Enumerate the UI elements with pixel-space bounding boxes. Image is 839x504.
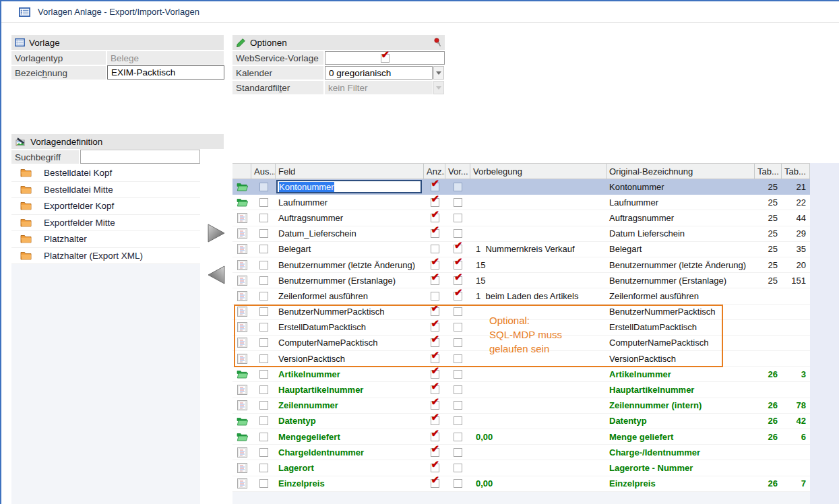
table-row[interactable]: ErstellDatumPacktisch✔ErstellDatumPackti…: [232, 320, 810, 336]
vor-checkbox[interactable]: [454, 183, 462, 191]
feld-cell[interactable]: Einzelpreis: [276, 476, 424, 491]
table-row[interactable]: Datum_Lieferschein✔Datum Lieferschein252…: [232, 226, 810, 242]
table-row[interactable]: Einzelpreis✔0,00Einzelpreis267: [232, 476, 810, 492]
aus-checkbox[interactable]: [259, 354, 268, 363]
feld-cell[interactable]: Mengegeliefert: [276, 429, 424, 444]
feld-cell[interactable]: Laufnummer: [276, 195, 424, 210]
table-row[interactable]: ComputerNamePacktisch✔ComputerNamePackti…: [232, 336, 810, 351]
vorbelegung-cell[interactable]: [470, 336, 607, 350]
anz-checkbox[interactable]: ✔: [431, 229, 439, 238]
feld-cell[interactable]: Datum_Lieferschein: [276, 226, 424, 241]
vor-checkbox[interactable]: [454, 464, 462, 472]
anz-checkbox[interactable]: ✔: [431, 214, 439, 222]
feld-cell[interactable]: Hauptartikelnummer: [276, 382, 424, 397]
feld-cell[interactable]: Auftragsnummer: [276, 210, 424, 225]
vorbelegung-cell[interactable]: [470, 195, 607, 210]
table-row[interactable]: Zeilennummer✔Zeilennummer (intern)2678: [232, 398, 810, 414]
anz-checkbox[interactable]: [431, 245, 439, 253]
feld-cell[interactable]: Benutzernummer (Erstanlage): [276, 273, 424, 288]
aus-checkbox[interactable]: [259, 307, 268, 316]
aus-checkbox[interactable]: [259, 416, 268, 425]
anz-checkbox[interactable]: [431, 292, 439, 301]
anz-checkbox[interactable]: ✔: [431, 370, 439, 379]
feld-cell[interactable]: Lagerort: [276, 460, 424, 475]
vorbelegung-cell[interactable]: 15: [470, 257, 607, 272]
anz-checkbox[interactable]: ✔: [431, 385, 439, 394]
vor-checkbox[interactable]: ✔: [454, 276, 462, 285]
table-row[interactable]: Lagerort✔Lagerorte - Nummer: [232, 460, 810, 476]
vorbelegung-cell[interactable]: [470, 398, 607, 413]
vor-checkbox[interactable]: [454, 385, 462, 394]
vor-checkbox[interactable]: [454, 229, 462, 238]
aus-checkbox[interactable]: [259, 292, 268, 301]
folder-item[interactable]: Exportfelder Kopf: [11, 198, 200, 215]
feld-cell[interactable]: Chargeldentnummer: [276, 445, 424, 460]
table-row[interactable]: Artikelnummer✔Artikelnummer263: [232, 367, 810, 382]
folder-item[interactable]: Platzhalter (Export XML): [11, 248, 200, 265]
vorbelegung-cell[interactable]: [470, 351, 607, 366]
vorbelegung-cell[interactable]: [470, 414, 607, 429]
aus-checkbox[interactable]: [259, 276, 268, 285]
vorbelegung-cell[interactable]: [470, 320, 607, 335]
move-left-button[interactable]: [208, 265, 225, 284]
vorbelegung-cell[interactable]: [470, 445, 607, 460]
anz-checkbox[interactable]: ✔: [431, 464, 439, 472]
anz-checkbox[interactable]: ✔: [431, 354, 439, 363]
vor-checkbox[interactable]: [454, 416, 462, 425]
anz-checkbox[interactable]: ✔: [431, 276, 439, 285]
table-row[interactable]: BenutzerNummerPacktisch✔BenutzerNummerPa…: [232, 305, 810, 320]
vorbelegung-cell[interactable]: [470, 179, 607, 194]
feld-cell[interactable]: Zeilenformel ausführen: [276, 288, 424, 303]
aus-checkbox[interactable]: [259, 464, 268, 472]
table-row[interactable]: Kontonummer✔Kontonummer2521: [232, 179, 810, 195]
anz-checkbox[interactable]: ✔: [431, 338, 439, 347]
vor-checkbox[interactable]: ✔: [454, 292, 462, 301]
feld-cell[interactable]: BenutzerNummerPacktisch: [276, 305, 424, 319]
vorbelegung-cell[interactable]: [470, 210, 607, 225]
aus-checkbox[interactable]: [259, 261, 268, 270]
feld-cell[interactable]: Kontonummer: [276, 179, 424, 194]
anz-checkbox[interactable]: ✔: [431, 323, 439, 332]
vorbelegung-cell[interactable]: [470, 305, 607, 319]
aus-checkbox[interactable]: [259, 323, 268, 332]
kalender-dropdown-arrow-icon[interactable]: [433, 66, 444, 80]
vor-checkbox[interactable]: [454, 448, 462, 457]
table-row[interactable]: Datentyp✔Datentyp2642: [232, 414, 810, 429]
vor-checkbox[interactable]: [454, 370, 462, 379]
vor-checkbox[interactable]: ✔: [454, 261, 462, 270]
anz-checkbox[interactable]: ✔: [431, 183, 439, 191]
table-row[interactable]: Auftragsnummer✔Auftragsnummer2544: [232, 210, 810, 226]
column-header[interactable]: Tab...: [782, 164, 810, 179]
aus-checkbox[interactable]: [259, 401, 268, 410]
aus-checkbox[interactable]: [259, 214, 268, 222]
folder-item[interactable]: Platzhalter: [11, 231, 200, 248]
vor-checkbox[interactable]: ✔: [454, 245, 462, 253]
suchbegriff-input[interactable]: [80, 150, 200, 164]
feld-cell[interactable]: Zeilennummer: [276, 398, 424, 413]
column-header[interactable]: Tab...: [755, 164, 782, 179]
vor-checkbox[interactable]: [454, 433, 462, 441]
aus-checkbox[interactable]: [259, 245, 268, 253]
aus-checkbox[interactable]: [259, 198, 268, 207]
table-row[interactable]: Zeilenformel ausführen✔1 beim Laden des …: [232, 288, 810, 304]
table-row[interactable]: Benutzernummer (letzte Änderung)✔✔15Benu…: [232, 257, 810, 273]
vorbelegung-cell[interactable]: 15: [470, 273, 607, 288]
bezeichnung-field[interactable]: EXIM-Packtisch: [107, 65, 224, 80]
vorbelegung-cell[interactable]: [470, 382, 607, 397]
table-row[interactable]: Hauptartikelnummer✔Hauptartikelnummer: [232, 382, 810, 398]
folder-item[interactable]: Bestelldatei Mitte: [11, 182, 200, 199]
table-row[interactable]: VersionPacktisch✔VersionPacktisch: [232, 351, 810, 367]
aus-checkbox[interactable]: [259, 433, 268, 441]
aus-checkbox[interactable]: [259, 229, 268, 238]
anz-checkbox[interactable]: ✔: [431, 307, 439, 316]
column-header[interactable]: [232, 164, 251, 179]
table-row[interactable]: Benutzernummer (Erstanlage)✔✔15Benutzern…: [232, 273, 810, 288]
feld-cell[interactable]: Benutzernummer (letzte Änderung): [276, 257, 424, 272]
vorbelegung-cell[interactable]: [470, 226, 607, 241]
vor-checkbox[interactable]: [454, 479, 462, 488]
anz-checkbox[interactable]: ✔: [431, 433, 439, 441]
webservice-checkbox[interactable]: ✔: [381, 54, 390, 63]
anz-checkbox[interactable]: ✔: [431, 198, 439, 207]
anz-checkbox[interactable]: ✔: [431, 448, 439, 457]
vorbelegung-cell[interactable]: 1 Nummernkreis Verkauf: [470, 242, 607, 257]
